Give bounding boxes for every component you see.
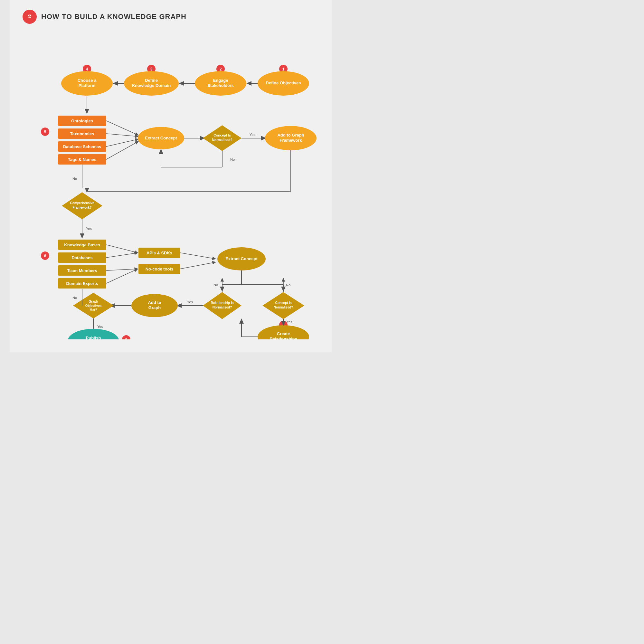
svg-text:2: 2	[220, 67, 222, 71]
arrow-tax-extract	[106, 134, 138, 137]
svg-text:Yes: Yes	[287, 320, 292, 324]
svg-text:Relationship Is: Relationship Is	[211, 301, 234, 305]
svg-text:Create: Create	[277, 331, 290, 336]
arrow-tags-extract	[106, 141, 138, 159]
step4-label: Choose a	[78, 78, 97, 83]
step2-label: Engage	[213, 78, 228, 83]
svg-text:Tags & Names: Tags & Names	[68, 157, 97, 162]
svg-text:Taxonomies: Taxonomies	[70, 131, 94, 136]
svg-text:Objectives: Objectives	[85, 304, 102, 308]
svg-text:5: 5	[44, 130, 46, 134]
step3-label: Define	[145, 78, 158, 83]
svg-text:Add to: Add to	[148, 300, 161, 305]
svg-text:Normalised?: Normalised?	[212, 138, 232, 142]
svg-text:Stakeholders: Stakeholders	[207, 83, 234, 88]
diagram: 4 Choose a Platform 3 Define Knowledge D…	[23, 33, 319, 339]
svg-text:No: No	[72, 296, 77, 300]
svg-text:Ontologies: Ontologies	[71, 118, 93, 123]
svg-text:No-code tools: No-code tools	[146, 267, 174, 271]
arrow-ont-extract	[106, 121, 138, 135]
svg-text:No: No	[213, 283, 218, 287]
svg-text:8: 8	[125, 337, 128, 339]
svg-text:3: 3	[150, 67, 153, 71]
svg-text:Team Members: Team Members	[67, 268, 97, 273]
svg-text:Yes: Yes	[86, 227, 92, 231]
arrow-kb-apis	[106, 245, 138, 253]
svg-text:Comprehensive: Comprehensive	[70, 201, 94, 205]
svg-text:6: 6	[44, 254, 46, 258]
svg-text:Normalised?: Normalised?	[274, 306, 293, 309]
arrow-domain-nocode	[106, 269, 138, 283]
svg-text:Framework: Framework	[279, 138, 302, 143]
svg-text:Databases: Databases	[71, 255, 92, 260]
svg-text:APIs & SDKs: APIs & SDKs	[147, 251, 172, 255]
svg-text:Knowledge Domain: Knowledge Domain	[132, 83, 171, 88]
svg-text:Yes: Yes	[250, 133, 255, 137]
svg-text:Relationships: Relationships	[270, 336, 297, 339]
svg-text:Framework?: Framework?	[72, 206, 91, 209]
page-title: HOW TO BUILD A KNOWLEDGE GRAPH	[41, 13, 186, 21]
svg-text:Graph: Graph	[89, 300, 98, 303]
header: HOW TO BUILD A KNOWLEDGE GRAPH	[23, 10, 319, 24]
svg-text:Concept Is: Concept Is	[275, 301, 292, 305]
svg-text:Domain Experts: Domain Experts	[66, 281, 98, 286]
svg-text:4: 4	[86, 67, 88, 71]
svg-text:Database Schemas: Database Schemas	[63, 144, 101, 149]
svg-text:Knowledge Bases: Knowledge Bases	[64, 242, 100, 247]
svg-text:Extract Concept: Extract Concept	[145, 136, 177, 140]
arrow-db-extract	[106, 139, 138, 147]
svg-point-2	[28, 15, 29, 16]
page: HOW TO BUILD A KNOWLEDGE GRAPH 4 Choose …	[10, 0, 332, 352]
svg-text:No: No	[230, 157, 235, 161]
svg-text:No: No	[72, 177, 77, 181]
svg-text:1: 1	[282, 67, 285, 71]
arrow-nocode-extract	[180, 262, 216, 269]
logo-icon	[23, 10, 37, 24]
svg-point-3	[30, 15, 31, 16]
svg-text:Add to Graph: Add to Graph	[277, 133, 304, 137]
svg-text:Met?: Met?	[90, 308, 97, 312]
svg-text:No: No	[286, 283, 290, 287]
arrow-db-apis	[106, 253, 138, 258]
step1-label: Define Objectives	[266, 81, 301, 85]
svg-text:Yes: Yes	[187, 300, 193, 304]
svg-text:Platform: Platform	[79, 83, 96, 88]
svg-text:Extract Concept: Extract Concept	[225, 256, 258, 261]
arrow-apis-extract	[180, 253, 216, 259]
svg-text:Publish: Publish	[86, 336, 101, 339]
svg-text:Graph: Graph	[148, 305, 161, 310]
svg-text:Normalised?: Normalised?	[213, 306, 232, 309]
arrow-team-nocode	[106, 269, 138, 270]
svg-text:Yes: Yes	[97, 325, 103, 328]
svg-text:Concept Is: Concept Is	[213, 133, 231, 137]
